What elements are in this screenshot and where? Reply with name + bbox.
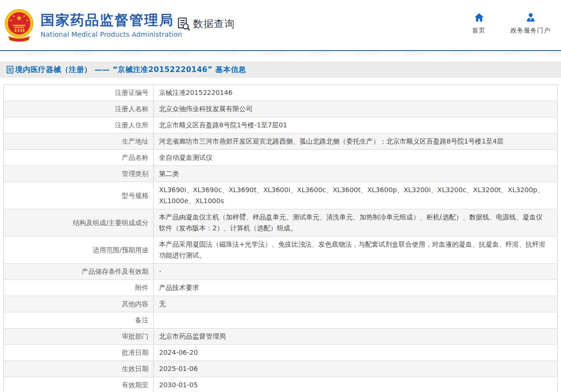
field-value: 2030-01-05 xyxy=(154,377,558,392)
field-value: 北京市药品监督管理局 xyxy=(154,329,558,345)
field-value: 本产品由凝血仪主机（加样臂、样品盘单元、测试单元、清洗单元、加热制冷单元组成）、… xyxy=(154,209,558,237)
nav-home-label: 首页 xyxy=(472,26,486,35)
svg-text:★: ★ xyxy=(12,14,15,18)
nav-item-service-portal[interactable]: 政务服务门户 xyxy=(510,13,550,35)
top-nav: 首页 政务服务门户 xyxy=(472,13,550,35)
field-value: 产品技术要求 xyxy=(154,280,558,296)
field-label: 审批部门 xyxy=(4,329,154,345)
table-row: 注册人住所北京市顺义区百盈路8号院1号楼-1至7层01 xyxy=(4,117,558,134)
field-label: 注册证编号 xyxy=(4,85,154,101)
field-value: 全自动凝血测试仪 xyxy=(154,150,558,166)
registration-info-table: 注册证编号京械注准20152220146注册人名称北京众驰伟业科技发展有限公司注… xyxy=(3,84,558,392)
field-label: 有效期至 xyxy=(4,377,154,392)
field-value: 河北省廊坊市三河市燕郊开发区迎宾北路西侧、孤山北路北侧（委托生产）；北京市顺义区… xyxy=(154,134,558,150)
field-label: 备注 xyxy=(4,312,154,329)
table-row: 批准日期2024-06-20 xyxy=(4,345,558,361)
org-name-en: National Medical Products Administration xyxy=(41,31,182,38)
table-row: 附件产品技术要求 xyxy=(4,280,558,296)
table-row: 产品储存条件及有效期- xyxy=(4,264,558,280)
svg-text:★: ★ xyxy=(16,14,22,22)
field-label: 产品储存条件及有效期 xyxy=(4,264,154,280)
user-icon xyxy=(526,13,536,22)
national-emblem-icon: ★ ★ ★ ★ ★ xyxy=(4,8,34,43)
field-label: 其他内容 xyxy=(4,296,154,312)
field-value: 无 xyxy=(154,296,558,312)
field-label: 生产地址 xyxy=(4,134,154,150)
nav-item-home[interactable]: 首页 xyxy=(472,13,486,35)
field-label: 管理类别 xyxy=(4,166,154,182)
document-search-icon xyxy=(176,16,191,31)
org-name-zh: 国家药品监督管理局 xyxy=(41,12,182,28)
field-label: 生效日期 xyxy=(4,361,154,377)
field-value: 第二类 xyxy=(154,166,558,182)
field-value: 北京市顺义区百盈路8号院1号楼-1至7层01 xyxy=(154,117,558,134)
data-query-label: 数据查询 xyxy=(193,17,235,31)
data-query-tab[interactable]: 数据查询 xyxy=(176,16,235,31)
field-value: - xyxy=(154,264,558,280)
table-row: 结构及组成/主要组成成分本产品由凝血仪主机（加样臂、样品盘单元、测试单元、清洗单… xyxy=(4,209,558,237)
field-value: 京械注准20152220146 xyxy=(154,85,558,101)
document-icon xyxy=(6,65,14,74)
field-label: 附件 xyxy=(4,280,154,296)
site-logo[interactable]: ★ ★ ★ ★ ★ 国家药品监督管理局 National Medical Pro… xyxy=(4,8,182,43)
field-label: 结构及组成/主要组成成分 xyxy=(4,209,154,237)
page-title-bar: 境内医疗器械（注册） —— “京械注准20152220146” 基本信息 xyxy=(0,62,561,78)
table-row: 其他内容无 xyxy=(4,296,558,312)
field-value: 本产品采用凝固法（磁珠法+光学法）、免疫比浊法、发色底物法，与配套试剂盒联合使用… xyxy=(154,237,558,264)
registration-info-table-wrap: 注册证编号京械注准20152220146注册人名称北京众驰伟业科技发展有限公司注… xyxy=(3,84,558,392)
table-row: 产品名称全自动凝血测试仪 xyxy=(4,150,558,166)
svg-text:★: ★ xyxy=(26,19,29,22)
table-row: 审批部门北京市药品监督管理局 xyxy=(4,329,558,345)
table-row: 有效期至2030-01-05 xyxy=(4,377,558,392)
field-label: 注册人住所 xyxy=(4,117,154,134)
field-value: 2025-01-06 xyxy=(154,361,558,377)
field-value: 2024-06-20 xyxy=(154,345,558,361)
table-row: 型号规格XL3690i、XL3690c、XL3690t、XL3600i、XL36… xyxy=(4,182,558,209)
svg-text:★: ★ xyxy=(10,19,12,22)
table-row: 生效日期2025-01-06 xyxy=(4,361,558,377)
field-label: 批准日期 xyxy=(4,345,154,361)
nav-service-portal-label: 政务服务门户 xyxy=(510,26,550,35)
svg-text:★: ★ xyxy=(23,14,26,18)
site-header: ★ ★ ★ ★ ★ 国家药品监督管理局 National Medical Pro… xyxy=(0,0,561,50)
table-row: 适用范围/预期用途本产品采用凝固法（磁珠法+光学法）、免疫比浊法、发色底物法，与… xyxy=(4,237,558,264)
page-title: 境内医疗器械（注册） —— “京械注准20152220146” 基本信息 xyxy=(15,65,246,75)
table-row: 备注 xyxy=(4,312,558,329)
field-label: 产品名称 xyxy=(4,150,154,166)
field-value: 北京众驰伟业科技发展有限公司 xyxy=(154,101,558,117)
table-row: 管理类别第二类 xyxy=(4,166,558,182)
field-label: 型号规格 xyxy=(4,182,154,209)
home-icon xyxy=(474,13,484,22)
hatch-stripe-band xyxy=(0,51,561,55)
field-label: 适用范围/预期用途 xyxy=(4,237,154,264)
table-row: 注册人名称北京众驰伟业科技发展有限公司 xyxy=(4,101,558,117)
field-value: XL3690i、XL3690c、XL3690t、XL3600i、XL3600c、… xyxy=(154,182,558,209)
table-row: 注册证编号京械注准20152220146 xyxy=(4,85,558,101)
table-row: 生产地址河北省廊坊市三河市燕郊开发区迎宾北路西侧、孤山北路北侧（委托生产）；北京… xyxy=(4,134,558,150)
field-value xyxy=(154,312,558,329)
field-label: 注册人名称 xyxy=(4,101,154,117)
